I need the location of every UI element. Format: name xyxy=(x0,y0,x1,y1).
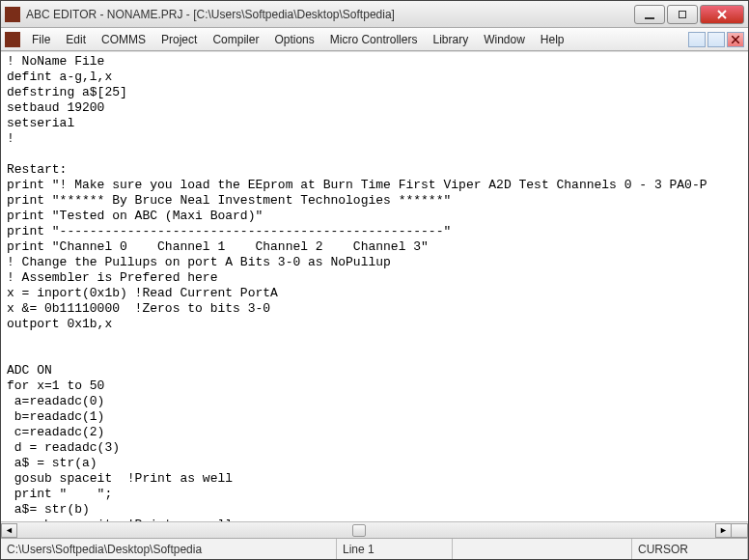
menu-edit[interactable]: Edit xyxy=(58,30,94,49)
menu-bar: File Edit COMMS Project Compiler Options… xyxy=(1,28,748,51)
status-bar: C:\Users\Softpedia\Desktop\Softpedia Lin… xyxy=(1,538,748,559)
scroll-right-arrow-icon[interactable]: ► xyxy=(715,523,732,538)
title-bar[interactable]: ABC EDITOR - NONAME.PRJ - [C:\Users\Soft… xyxy=(1,1,748,28)
mdi-restore-button[interactable] xyxy=(707,32,725,47)
menu-window[interactable]: Window xyxy=(476,30,533,49)
menu-compiler[interactable]: Compiler xyxy=(205,30,266,49)
maximize-button[interactable] xyxy=(667,5,698,24)
app-icon xyxy=(5,7,20,22)
mdi-minimize-button[interactable] xyxy=(688,32,706,47)
client-area: ! NoName File defint a-g,l,x defstring a… xyxy=(1,51,748,538)
minimize-button[interactable] xyxy=(634,5,665,24)
menu-library[interactable]: Library xyxy=(425,30,476,49)
menu-project[interactable]: Project xyxy=(153,30,205,49)
horizontal-scrollbar[interactable]: ◄ ► xyxy=(1,521,748,538)
scroll-left-arrow-icon[interactable]: ◄ xyxy=(1,523,17,538)
status-path: C:\Users\Softpedia\Desktop\Softpedia xyxy=(1,539,337,559)
status-blank xyxy=(453,539,632,559)
menu-comms[interactable]: COMMS xyxy=(94,30,153,49)
code-content[interactable]: ! NoName File defint a-g,l,x defstring a… xyxy=(1,52,748,521)
menu-file[interactable]: File xyxy=(24,30,58,49)
menu-help[interactable]: Help xyxy=(533,30,572,49)
menu-options[interactable]: Options xyxy=(266,30,321,49)
menu-micro-controllers[interactable]: Micro Controllers xyxy=(322,30,426,49)
scroll-thumb[interactable] xyxy=(352,524,366,537)
app-window: ABC EDITOR - NONAME.PRJ - [C:\Users\Soft… xyxy=(0,0,749,560)
scroll-track[interactable] xyxy=(17,523,715,538)
menu-icon xyxy=(5,32,20,47)
status-line: Line 1 xyxy=(337,539,453,559)
title-text: ABC EDITOR - NONAME.PRJ - [C:\Users\Soft… xyxy=(26,8,632,21)
window-buttons xyxy=(632,5,744,24)
scroll-corner xyxy=(732,523,748,538)
code-editor[interactable]: ! NoName File defint a-g,l,x defstring a… xyxy=(1,52,748,521)
close-button[interactable] xyxy=(700,5,744,24)
mdi-close-button[interactable] xyxy=(727,32,744,47)
status-cursor: CURSOR xyxy=(632,539,748,559)
